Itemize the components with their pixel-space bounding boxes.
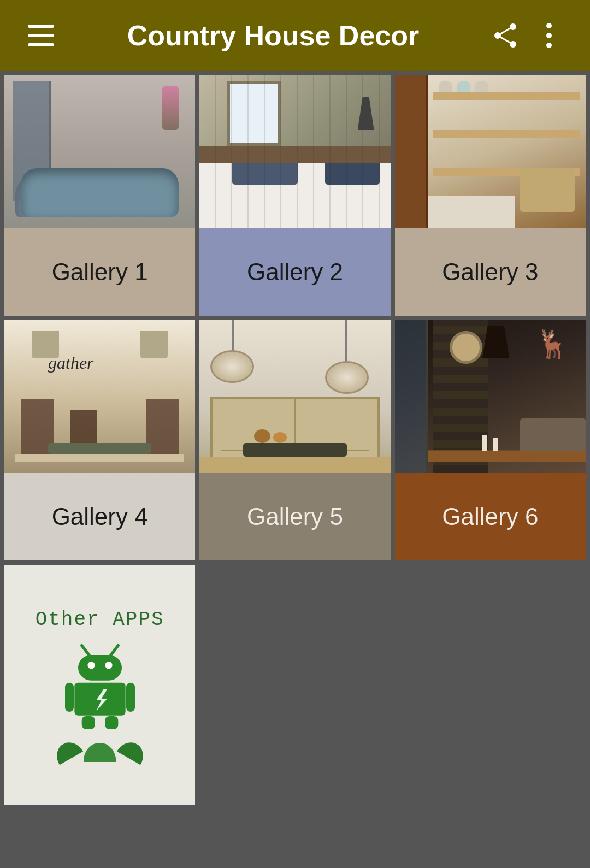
other-apps-cell[interactable]: Other APPS [4, 565, 195, 805]
gallery-label-1: Gallery 1 [4, 228, 195, 316]
gallery-label-4: Gallery 4 [4, 473, 195, 560]
page-title: Country House Decor [60, 19, 486, 52]
svg-point-10 [546, 43, 552, 48]
empty-cell-2 [395, 565, 586, 805]
svg-line-12 [111, 645, 118, 654]
svg-point-9 [546, 33, 552, 38]
svg-rect-20 [105, 716, 118, 729]
gallery-image-3 [395, 75, 586, 228]
gallery-cell-3[interactable]: Gallery 3 [395, 75, 586, 316]
more-options-icon[interactable] [530, 16, 568, 55]
gallery-label-2: Gallery 2 [199, 228, 390, 316]
gallery-image-4: gather [4, 320, 195, 473]
header-right-icons [486, 16, 568, 55]
svg-rect-2 [28, 43, 54, 46]
gallery-cell-6[interactable]: 🦌 Gallery 6 [395, 320, 586, 560]
menu-icon[interactable] [22, 16, 60, 55]
gallery-grid: Gallery 1 Gallery 2 [0, 71, 590, 810]
svg-rect-13 [78, 655, 122, 681]
app-header: Country House Decor [0, 0, 590, 71]
gallery-image-1 [4, 75, 195, 228]
gallery-image-6: 🦌 [395, 320, 586, 473]
gallery-image-5 [199, 320, 390, 473]
gallery-label-6: Gallery 6 [395, 473, 586, 560]
svg-rect-19 [81, 716, 95, 729]
gallery-cell-2[interactable]: Gallery 2 [199, 75, 390, 316]
svg-point-15 [105, 662, 112, 669]
empty-cell-1 [199, 565, 390, 805]
svg-rect-1 [28, 34, 54, 37]
plant-decoration [54, 743, 146, 762]
gallery-cell-4[interactable]: gather Gallery 4 [4, 320, 195, 560]
share-icon[interactable] [486, 16, 524, 55]
svg-line-7 [498, 36, 513, 44]
svg-point-8 [546, 23, 552, 28]
svg-point-14 [87, 662, 95, 669]
gallery-label-3: Gallery 3 [395, 228, 586, 316]
svg-line-6 [498, 27, 513, 36]
android-robot-icon [56, 642, 144, 729]
svg-rect-18 [126, 682, 135, 711]
svg-rect-17 [65, 682, 74, 711]
other-apps-title: Other APPS [36, 609, 164, 631]
gallery-cell-1[interactable]: Gallery 1 [4, 75, 195, 316]
gallery-label-5: Gallery 5 [199, 473, 390, 560]
gallery-cell-5[interactable]: Gallery 5 [199, 320, 390, 560]
gallery-image-2 [199, 75, 390, 228]
svg-rect-0 [28, 25, 54, 28]
svg-line-11 [81, 645, 88, 654]
